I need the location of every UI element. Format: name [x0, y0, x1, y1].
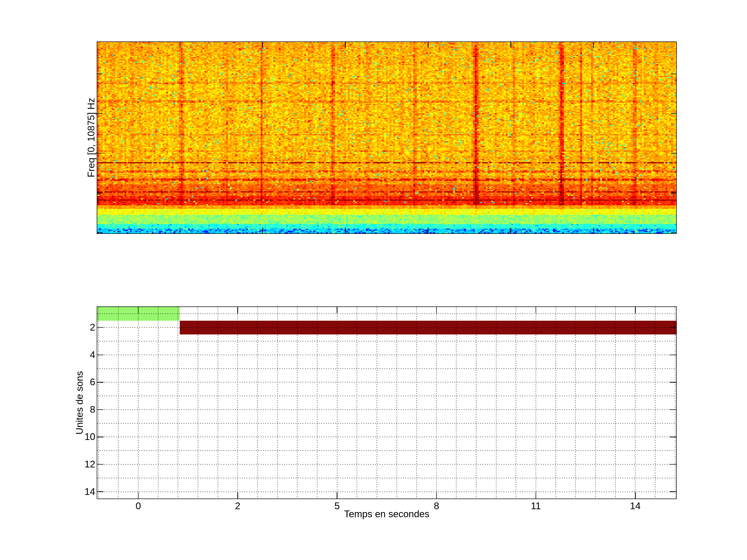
units-x-tick-bottom: [237, 492, 238, 499]
spectrogram-x-tick-bottom: [345, 228, 346, 233]
spectrogram-y-tick-right: [671, 74, 676, 74]
units-y-tick-right: [670, 409, 676, 410]
units-x-tick-bottom: [635, 492, 636, 499]
spectrogram-y-tick-left: [97, 113, 102, 114]
time-xlabel-text: Temps en secondes: [344, 509, 429, 519]
spectrogram-y-tick-right: [671, 193, 676, 193]
units-y-tick-right: [670, 355, 676, 355]
units-x-tick-bottom: [436, 492, 437, 499]
units-y-tick-right: [670, 436, 676, 437]
units-y-tick-right: [670, 491, 676, 492]
units-x-tick-bottom: [138, 492, 139, 499]
spectrogram-x-tick-bottom: [180, 228, 181, 233]
sound-units-plot: [97, 306, 677, 499]
units-x-tick-bottom: [536, 492, 536, 499]
spectrogram-x-tick-top: [511, 42, 511, 48]
spectrogram-x-tick-top: [428, 42, 429, 48]
spectrogram-ylabel: Freq [0, 10875] Hz: [85, 42, 97, 233]
units-y-tick-left: [97, 491, 103, 492]
spectrogram-x-tick-top: [345, 42, 346, 48]
spectrogram-x-tick-bottom: [593, 228, 594, 233]
spectrogram-y-tick-left: [97, 232, 102, 233]
units-y-tick-left: [97, 355, 103, 355]
units-y-tick-right: [670, 327, 676, 328]
units-x-tick-bottom: [337, 492, 337, 499]
spectrogram-x-tick-bottom: [428, 228, 429, 233]
spectrogram-plot: [97, 42, 677, 234]
spectrogram-y-tick-right: [671, 232, 676, 233]
units-x-tick-top: [138, 307, 139, 313]
sound-units-ticks-layer: [97, 307, 676, 499]
spectrogram-y-tick-right: [671, 153, 676, 154]
spectrogram-y-tick-left: [97, 74, 102, 74]
units-y-tick-left: [97, 409, 103, 410]
units-ylabel-text: Unites de sons: [74, 371, 85, 434]
spectrogram-x-tick-bottom: [262, 228, 263, 233]
units-y-tick-left: [97, 382, 103, 383]
spectrogram-y-tick-left: [97, 193, 102, 193]
units-y-tick-left: [97, 436, 103, 437]
spectrogram-x-tick-top: [593, 42, 594, 48]
units-ylabel: Unites de sons: [74, 307, 85, 499]
units-y-tick-left: [97, 327, 103, 328]
spectrogram-ticks-layer: [97, 42, 676, 233]
units-y-tick-right: [670, 382, 676, 383]
units-y-tick-left: [97, 464, 103, 465]
units-y-tick-right: [670, 464, 676, 465]
units-x-tick-top: [237, 307, 238, 313]
units-x-tick-top: [337, 307, 337, 313]
spectrogram-x-tick-top: [180, 42, 181, 48]
spectrogram-ylabel-text: Freq [0, 10875] Hz: [86, 98, 97, 177]
spectrogram-y-tick-right: [671, 113, 676, 114]
time-xlabel: Temps en secondes: [97, 509, 676, 519]
spectrogram-x-tick-bottom: [511, 228, 511, 233]
units-x-tick-top: [436, 307, 437, 313]
spectrogram-x-tick-top: [262, 42, 263, 48]
units-x-tick-top: [536, 307, 536, 313]
units-x-tick-top: [635, 307, 636, 313]
spectrogram-y-tick-left: [97, 153, 102, 154]
matlab-figure: Freq [0, 10875] Hz 02581114 2468101214 U…: [0, 0, 747, 560]
